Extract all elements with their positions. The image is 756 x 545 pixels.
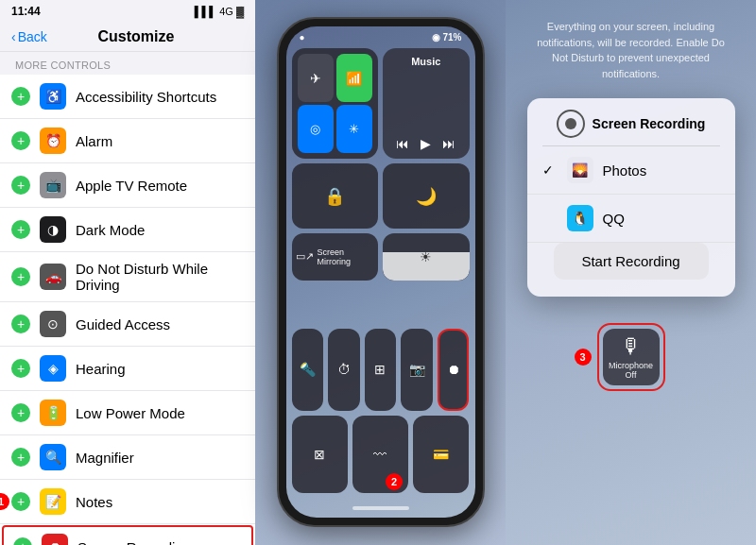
item-label-apple-tv-remote: Apple TV Remote bbox=[76, 178, 244, 194]
airplane-mode-btn[interactable]: ✈ bbox=[298, 54, 334, 102]
list-item-guided-access[interactable]: +⊙Guided Access bbox=[0, 302, 255, 347]
bluetooth-btn[interactable]: ✳ bbox=[336, 105, 372, 153]
status-icons: ▌▌▌ 4G ▓ bbox=[195, 6, 244, 17]
screen-mirror-btn[interactable]: ▭↗ Screen Mirroring bbox=[292, 233, 379, 281]
home-bar bbox=[352, 506, 409, 510]
qq-label: QQ bbox=[603, 211, 720, 227]
music-card[interactable]: Music ⏮ ▶ ⏭ bbox=[383, 48, 470, 159]
add-btn-guided-access[interactable]: + bbox=[11, 315, 30, 333]
battery-icon: ▓ bbox=[236, 6, 244, 17]
item-label-accessibility: Accessibility Shortcuts bbox=[76, 89, 244, 105]
item-label-notes: Notes bbox=[76, 494, 244, 510]
home-indicator bbox=[286, 499, 475, 518]
list-item-low-power[interactable]: +🔋Low Power Mode bbox=[0, 391, 255, 435]
popup-title-row: Screen Recording bbox=[527, 98, 735, 145]
add-btn-do-not-disturb[interactable]: + bbox=[11, 267, 30, 286]
list-item-do-not-disturb[interactable]: +🚗Do Not Disturb While Driving bbox=[0, 252, 255, 302]
status-time: 11:44 bbox=[11, 5, 41, 18]
signal-icon: ▌▌▌ bbox=[195, 6, 216, 17]
add-btn-alarm[interactable]: + bbox=[11, 131, 30, 150]
screen-recording-popup: Screen Recording ✓ 🌄 Photos 🐧 QQ 4 Start… bbox=[527, 98, 735, 297]
orientation-lock-btn[interactable]: 🔒 bbox=[292, 163, 379, 228]
wallet-btn[interactable]: 💳 bbox=[413, 416, 469, 493]
list-item-magnifier[interactable]: +🔍Magnifier bbox=[0, 435, 255, 480]
add-btn-accessibility[interactable]: + bbox=[11, 87, 30, 106]
add-btn-low-power[interactable]: + bbox=[11, 403, 30, 422]
iphone-mockup: ● ◉ 71% ✈ 📶 ◎ ✳ Music ⏮ ▶ ⏭ bbox=[277, 17, 485, 527]
start-recording-button[interactable]: Start Recording bbox=[554, 243, 709, 280]
section-header: MORE CONTROLS bbox=[0, 52, 255, 75]
item-icon-magnifier: 🔍 bbox=[40, 444, 66, 470]
phone-battery: ◉ 71% bbox=[432, 32, 462, 43]
item-label-dark-mode: Dark Mode bbox=[76, 222, 244, 238]
step3-badge: 3 bbox=[575, 349, 592, 366]
item-icon-dark-mode: ◑ bbox=[40, 216, 66, 243]
left-panel: 11:44 ▌▌▌ 4G ▓ ‹ Back Customize MORE CON… bbox=[0, 0, 255, 545]
controls-list: +♿Accessibility Shortcuts+⏰Alarm+📺Apple … bbox=[0, 75, 255, 545]
back-button[interactable]: ‹ Back bbox=[11, 29, 47, 44]
add-btn-hearing[interactable]: + bbox=[11, 359, 30, 378]
item-label-hearing: Hearing bbox=[76, 361, 244, 377]
brightness-slider[interactable]: ☀ bbox=[383, 233, 470, 281]
timer-btn[interactable]: ⏱ bbox=[328, 329, 360, 410]
add-btn-dark-mode[interactable]: + bbox=[11, 220, 30, 239]
item-icon-notes: 📝 bbox=[40, 488, 66, 515]
right-panel: Everything on your screen, including not… bbox=[506, 0, 756, 545]
popup-rec-dot bbox=[565, 118, 576, 129]
list-item-apple-tv-remote[interactable]: +📺Apple TV Remote bbox=[0, 163, 255, 208]
back-label: Back bbox=[18, 29, 47, 44]
play-btn[interactable]: ▶ bbox=[421, 136, 431, 151]
item-label-do-not-disturb: Do Not Disturb While Driving bbox=[76, 261, 244, 293]
qq-option[interactable]: 🐧 QQ bbox=[527, 195, 735, 243]
list-item-accessibility[interactable]: +♿Accessibility Shortcuts bbox=[0, 75, 255, 119]
page-title: Customize bbox=[47, 28, 225, 45]
photos-icon: 🌄 bbox=[567, 157, 593, 183]
camera-btn[interactable]: 📷 bbox=[401, 329, 433, 410]
next-btn[interactable]: ⏭ bbox=[442, 136, 455, 151]
qr-btn[interactable]: ⊠ bbox=[292, 416, 348, 493]
connectivity-card[interactable]: ✈ 📶 ◎ ✳ bbox=[292, 48, 379, 159]
description-text: Everything on your screen, including not… bbox=[537, 19, 726, 81]
list-item-dark-mode[interactable]: +◑Dark Mode bbox=[0, 208, 255, 252]
add-btn-apple-tv-remote[interactable]: + bbox=[11, 176, 30, 195]
item-label-low-power: Low Power Mode bbox=[76, 405, 244, 421]
screen-mirror-label: Screen Mirroring bbox=[318, 247, 375, 266]
item-icon-guided-access: ⊙ bbox=[40, 311, 66, 337]
popup-rec-icon bbox=[557, 110, 585, 138]
calculator-btn[interactable]: ⊞ bbox=[365, 329, 397, 410]
item-label-screen-recording: Screen Recording bbox=[77, 539, 242, 546]
add-btn-notes[interactable]: + bbox=[11, 492, 30, 511]
music-label: Music bbox=[390, 56, 462, 67]
list-item-alarm[interactable]: +⏰Alarm bbox=[0, 119, 255, 163]
item-label-guided-access: Guided Access bbox=[76, 316, 244, 332]
add-btn-screen-recording[interactable]: + bbox=[13, 537, 32, 545]
item-label-alarm: Alarm bbox=[76, 133, 244, 149]
start-rec-wrapper: 4 Start Recording bbox=[527, 243, 735, 297]
add-btn-magnifier[interactable]: + bbox=[11, 448, 30, 467]
prev-btn[interactable]: ⏮ bbox=[396, 136, 409, 151]
wifi-btn[interactable]: 📶 bbox=[336, 54, 372, 102]
middle-panel: ● ◉ 71% ✈ 📶 ◎ ✳ Music ⏮ ▶ ⏭ bbox=[255, 0, 506, 545]
item-icon-do-not-disturb: 🚗 bbox=[40, 264, 66, 290]
network-type: 4G bbox=[219, 6, 236, 17]
microphone-button[interactable]: 🎙 MicrophoneOff bbox=[603, 329, 660, 385]
item-icon-accessibility: ♿ bbox=[40, 83, 66, 110]
popup-title: Screen Recording bbox=[593, 116, 706, 131]
list-item-hearing[interactable]: +◈Hearing bbox=[0, 347, 255, 391]
torch-btn[interactable]: 🔦 bbox=[292, 329, 324, 410]
qq-icon: 🐧 bbox=[567, 205, 593, 231]
list-item-notes[interactable]: 1+📝Notes bbox=[0, 480, 255, 524]
mic-section: 3 🎙 MicrophoneOff bbox=[597, 323, 665, 391]
microphone-icon: 🎙 bbox=[621, 334, 642, 359]
item-icon-screen-recording: ⏺ bbox=[42, 534, 68, 545]
back-chevron-icon: ‹ bbox=[11, 29, 16, 44]
item-icon-hearing: ◈ bbox=[40, 355, 66, 382]
cellular-btn[interactable]: ◎ bbox=[298, 105, 334, 153]
item-label-magnifier: Magnifier bbox=[76, 450, 244, 466]
do-not-disturb-btn[interactable]: 🌙 bbox=[383, 163, 470, 228]
list-item-screen-recording[interactable]: +⏺Screen Recording bbox=[2, 525, 253, 545]
photos-option[interactable]: ✓ 🌄 Photos bbox=[527, 146, 735, 195]
nav-bar: ‹ Back Customize bbox=[0, 23, 255, 52]
microphone-label: MicrophoneOff bbox=[609, 361, 653, 380]
screen-rec-phone-btn[interactable]: ⏺ bbox=[438, 329, 470, 410]
